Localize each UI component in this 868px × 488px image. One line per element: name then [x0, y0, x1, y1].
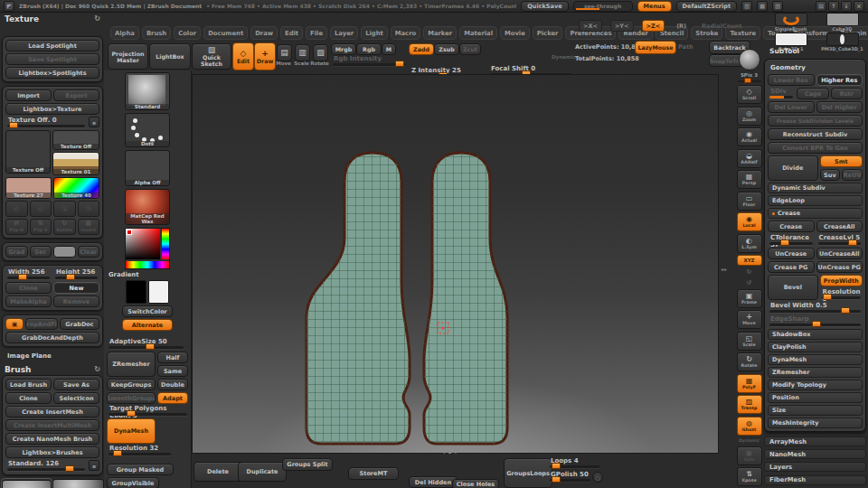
meshintegrity-section[interactable]: MeshIntegrity [768, 418, 863, 428]
texture-thumb-off[interactable]: Texture Off [52, 130, 99, 150]
sdiv-slider[interactable]: SDiv [768, 88, 795, 99]
group-masked-button[interactable]: Group Masked [107, 464, 174, 475]
main-color-swatch[interactable] [126, 280, 146, 304]
create-insertmesh-button[interactable]: Create InsertMesh [5, 406, 99, 418]
projection-master-button[interactable]: Projection Master [108, 43, 148, 70]
clone-texture-button[interactable]: Clone [5, 282, 52, 294]
move-mode-button[interactable]: ▤ [277, 44, 292, 61]
tray-scroll-arrows[interactable]: ◂▸ [721, 266, 727, 272]
window-control-icon[interactable]: ↑ [828, 1, 839, 12]
rgb-intensity-slider[interactable]: Rgb Intensity [331, 55, 408, 67]
texture-thumb-27[interactable]: Texture 27 [5, 177, 52, 199]
dynamic-label[interactable]: Dynamic [552, 54, 576, 60]
rgb-button[interactable]: Rgb [356, 43, 382, 55]
menu-item[interactable]: Marker [423, 26, 457, 40]
groupvisible-button[interactable]: GroupVisible [107, 477, 159, 488]
menu-item[interactable]: Alpha [110, 26, 139, 40]
smt-button[interactable]: Smt [820, 155, 863, 167]
menu-item[interactable]: Color [174, 26, 201, 40]
menu-item[interactable]: Macro [391, 26, 420, 40]
secondary-color-swatch[interactable] [148, 280, 169, 304]
crease-pg-button[interactable]: Crease PG [768, 261, 815, 273]
double-button[interactable]: Double [157, 379, 188, 390]
del-lower-button[interactable]: Del Lower [768, 101, 815, 113]
keepgroups-button[interactable]: KeepGroups [107, 379, 156, 390]
shelf-icon-button[interactable]: ↺ [741, 278, 758, 286]
shelf-icon-button[interactable]: ◱ Scale [737, 332, 762, 351]
layout-icon[interactable]: ▦ [757, 1, 768, 12]
texture-thumb-01[interactable]: Texture 01 [52, 152, 99, 175]
subtool-section[interactable]: SubTool [764, 45, 866, 57]
grabdocanddepth-button[interactable]: GrabDocAndDepth [5, 332, 99, 343]
divide-button[interactable]: Divide [768, 155, 818, 181]
selecticon-button[interactable]: SelectIcon [53, 392, 99, 404]
texture-thumb-40[interactable]: Texture 40 [53, 177, 99, 199]
shelf-icon-button[interactable]: ◒ AAHalf [737, 149, 762, 168]
crease-lvl-slider[interactable]: CreaseLvl 5 [816, 234, 863, 246]
see-through-slider[interactable]: see-through [573, 1, 633, 12]
shelf-icon-button[interactable]: ◍ Ghost [737, 417, 762, 436]
zremesher-section[interactable]: ZRemesher [768, 367, 863, 378]
subpalette-header[interactable]: FiberMesh [764, 475, 866, 485]
brush-thumb[interactable]: Clay [53, 479, 103, 488]
modify-topology-section[interactable]: Modify Topology [768, 380, 863, 390]
loops-slider[interactable]: Loops 4 [548, 457, 601, 469]
groups-loops-button[interactable]: GroupsLoops [504, 458, 552, 488]
mirror-x-button[interactable]: >X< [579, 20, 602, 32]
material-preview-sphere[interactable] [739, 49, 760, 70]
remove-texture-button[interactable]: Remove [53, 296, 99, 307]
create-nanomesh-button[interactable]: Create NanoMesh Brush [5, 433, 99, 445]
menu-item[interactable]: Light [361, 26, 388, 40]
shelf-icon-button[interactable]: ▭ Floor [737, 192, 762, 211]
shelf-icon-button[interactable]: ▦ PolyF [737, 374, 762, 393]
window-control-icon[interactable]: × [854, 1, 864, 12]
refresh-icon[interactable]: ↻ [94, 14, 100, 23]
shelf-icon-button[interactable]: ◇ Scroll [737, 85, 762, 104]
delete-button[interactable]: Delete [193, 462, 242, 482]
cage-button[interactable]: Cage [797, 88, 828, 99]
mrgb-button[interactable]: Mrgb [331, 43, 356, 55]
shelf-icon-button[interactable]: + Move [737, 310, 762, 329]
shadowbox-section[interactable]: ShadowBox [768, 329, 863, 340]
claypolish-section[interactable]: ClayPolish [768, 342, 863, 352]
crease-section[interactable]: Crease [768, 208, 863, 219]
zadd-button[interactable]: Zadd [409, 43, 434, 55]
del-hidden-button[interactable]: Del Hidden [409, 476, 458, 488]
hue-strip-vertical[interactable] [162, 229, 169, 259]
hue-strip-horizontal[interactable] [126, 261, 169, 268]
texture-flip-icon[interactable]: ⇄Flip H [5, 219, 28, 235]
bevel-width-slider[interactable]: Bevel Width 0.5 [768, 302, 863, 314]
make-alpha-button[interactable]: MakeAlpha [5, 296, 52, 307]
edgesharp-slider[interactable]: EdgeSharp [768, 315, 863, 327]
lightbox-texture-button[interactable]: Lightbox>Texture [5, 103, 99, 115]
load-spotlight-button[interactable]: Load Spotlight [5, 40, 99, 52]
subpalette-header[interactable]: NanoMesh [764, 449, 866, 459]
spix-slider[interactable]: SPix 3 [737, 72, 762, 83]
menu-item[interactable]: Document [203, 26, 248, 40]
menu-item[interactable]: Picker [533, 26, 563, 40]
adapt-button[interactable]: Adapt [157, 392, 188, 404]
close-holes-button[interactable]: Close Holes [452, 479, 499, 488]
shelf-icon-button[interactable]: ◉ Actual [737, 127, 762, 146]
higher-res-button[interactable]: Higher Res [816, 74, 863, 86]
shelf-icon-button[interactable]: ↻ [741, 268, 758, 277]
subpalette-header[interactable]: Layers [764, 462, 866, 472]
subpalette-header[interactable]: ArrayMesh [764, 436, 866, 446]
cropandfill-icon[interactable]: ▣ [5, 318, 24, 330]
restore-config-icon[interactable]: ▪ [89, 460, 99, 471]
texture-transform-icon[interactable]: ◷ [78, 201, 100, 217]
geometry-header[interactable]: Geometry [768, 62, 863, 72]
menu-item[interactable]: Layer [330, 26, 358, 40]
size-section[interactable]: Size [768, 405, 863, 416]
lightbox-button[interactable]: LightBox [149, 43, 191, 70]
propwidth-button[interactable]: PropWidth [820, 275, 863, 286]
mirror-y-button[interactable]: >Y< [610, 20, 634, 32]
color-picker[interactable] [125, 228, 170, 269]
scale-mode-button[interactable]: ▥ [295, 44, 310, 61]
menus-toggle[interactable]: Menus [637, 1, 672, 12]
switchcolor-button[interactable]: SwitchColor [122, 305, 173, 317]
shelf-icon-button[interactable]: ◐ L.Sym [737, 234, 762, 253]
dynamesh-section[interactable]: DynaMesh [768, 354, 863, 365]
menu-item[interactable]: File [306, 26, 327, 40]
palette-icon[interactable]: ▧ [772, 1, 783, 12]
